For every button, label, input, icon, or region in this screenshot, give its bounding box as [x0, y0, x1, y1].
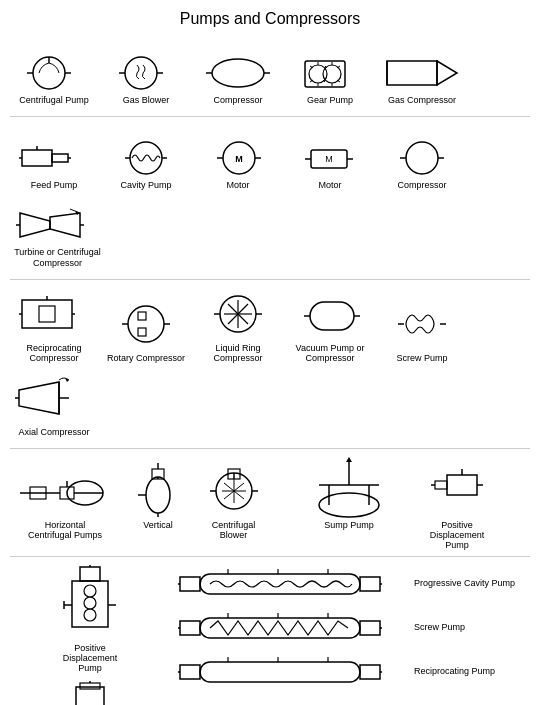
axial-compressor-icon [14, 372, 94, 424]
vacuum-pump-label: Vacuum Pump or Compressor [288, 343, 372, 365]
screw-pump-cell: Screw Pump [378, 286, 466, 367]
centrifugal-blower-cell: CentrifugalBlower [196, 455, 271, 550]
bottom-left: PositiveDisplacementPump Vertica [10, 563, 170, 705]
screw-pump-icon [388, 298, 456, 350]
svg-line-56 [238, 304, 248, 314]
svg-point-2 [212, 59, 264, 87]
centrifugal-pump-icon [19, 47, 89, 92]
svg-point-117 [84, 585, 96, 597]
cavity-pump-label: Cavity Pump [120, 180, 171, 191]
positive-displacement-cell: PositiveDisplacementPump [427, 455, 487, 550]
horizontal-centrifugal-icon [10, 455, 120, 520]
svg-rect-44 [22, 300, 72, 328]
progressive-cavity-row: Progressive Cavity Pump [178, 563, 530, 603]
screw-pump-row-icon [178, 607, 408, 647]
turbine-icon [15, 199, 100, 244]
motor1-cell: M Motor [194, 123, 282, 193]
rotary-compressor-cell: Rotary Compressor [102, 286, 190, 367]
positive-displacement-bottom-label: PositiveDisplacementPump [63, 643, 118, 673]
svg-rect-132 [200, 574, 360, 594]
svg-marker-38 [20, 213, 50, 237]
svg-marker-17 [437, 61, 457, 85]
cavity-pump-cell: Cavity Pump [102, 123, 190, 193]
horizontal-label: Horizontal [45, 520, 86, 530]
svg-line-62 [228, 304, 238, 314]
sump-pump-cell: Sump Pump [279, 455, 419, 550]
centrifugal-pump-cell: Centrifugal Pump [10, 38, 98, 108]
centrifugal-pumps-label: Centrifugal Pumps [28, 530, 102, 540]
svg-rect-20 [52, 154, 68, 162]
svg-rect-110 [447, 475, 477, 495]
vertical-centrifugal-icon [128, 455, 188, 520]
motor1-label: Motor [226, 180, 249, 191]
svg-point-24 [130, 142, 162, 174]
svg-rect-147 [180, 665, 200, 679]
svg-line-58 [238, 314, 248, 324]
svg-rect-125 [80, 683, 100, 689]
vacuum-pump-icon [296, 288, 364, 340]
motor2-label: Motor [318, 180, 341, 191]
gas-compressor-cell: Gas Compressor [378, 38, 466, 108]
sump-pump-icon [279, 455, 419, 520]
compressor-icon [203, 47, 273, 92]
svg-point-49 [128, 306, 164, 342]
reciprocating-pump-row-icon [178, 651, 408, 691]
feed-pump-cell: Feed Pump [10, 123, 98, 193]
svg-line-100 [224, 483, 234, 491]
svg-rect-45 [39, 306, 55, 322]
axial-compressor-label: Axial Compressor [18, 427, 89, 438]
svg-rect-19 [22, 150, 52, 166]
progressive-cavity-pump-icon [178, 563, 408, 603]
gear-pump-icon [295, 47, 365, 92]
centrifugal-blower-label: CentrifugalBlower [212, 520, 256, 540]
svg-rect-133 [360, 577, 380, 591]
gas-blower-label: Gas Blower [123, 95, 170, 106]
row4-section: Horizontal Centrifugal Pumps Vertical [10, 455, 530, 550]
svg-line-98 [224, 491, 234, 499]
compressor2-icon [392, 132, 452, 177]
rotary-compressor-label: Rotary Compressor [107, 353, 185, 364]
reciprocating-pump-row: Reciprocating Pump [178, 651, 530, 691]
reciprocating-compressor-cell: Reciprocating Compressor [10, 286, 98, 367]
svg-rect-148 [200, 662, 360, 682]
svg-point-105 [319, 493, 379, 517]
svg-point-82 [146, 477, 170, 513]
svg-marker-70 [19, 382, 59, 414]
gas-compressor-label: Gas Compressor [388, 95, 456, 106]
svg-text:M: M [235, 154, 243, 164]
reciprocating-compressor-label: Reciprocating Compressor [12, 343, 96, 365]
svg-marker-39 [50, 213, 80, 237]
screw-pump-row-label: Screw Pump [414, 622, 465, 632]
sump-pump-label: Sump Pump [324, 520, 374, 530]
svg-line-60 [228, 314, 238, 324]
svg-rect-141 [360, 621, 380, 635]
svg-point-118 [84, 597, 96, 609]
horizontal-centrifugal-cell: Horizontal Centrifugal Pumps [10, 455, 120, 550]
centrifugal-blower-icon [196, 455, 271, 520]
vacuum-pump-cell: Vacuum Pump or Compressor [286, 286, 374, 367]
liquid-ring-cell: Liquid Ring Compressor [194, 286, 282, 367]
vertical-label: Vertical [143, 520, 173, 530]
svg-rect-51 [138, 328, 146, 336]
svg-rect-149 [360, 665, 380, 679]
svg-rect-65 [310, 302, 354, 330]
positive-displacement-icon [427, 455, 487, 520]
vertical-centrifugal-cell: Vertical [128, 455, 188, 550]
motor1-icon: M [211, 132, 266, 177]
compressor-label: Compressor [213, 95, 262, 106]
liquid-ring-icon [204, 288, 272, 340]
gas-blower-icon [111, 47, 181, 92]
reciprocating-compressor-icon [17, 288, 92, 340]
screw-pump-label: Screw Pump [396, 353, 447, 364]
gear-pump-cell: Gear Pump [286, 38, 374, 108]
vertical-can-pump-icon [50, 681, 130, 705]
centrifugal-pump-label: Centrifugal Pump [19, 95, 89, 106]
positive-displacement-bottom-icon [50, 563, 130, 643]
svg-text:M: M [325, 154, 333, 164]
bottom-right: Progressive Cavity Pump Screw Pump [178, 563, 530, 705]
bottom-section: PositiveDisplacementPump Vertica [10, 563, 530, 705]
svg-rect-139 [180, 621, 200, 635]
rotary-compressor-icon [112, 298, 180, 350]
svg-marker-16 [387, 61, 437, 85]
positive-displacement-label: PositiveDisplacementPump [430, 520, 485, 550]
